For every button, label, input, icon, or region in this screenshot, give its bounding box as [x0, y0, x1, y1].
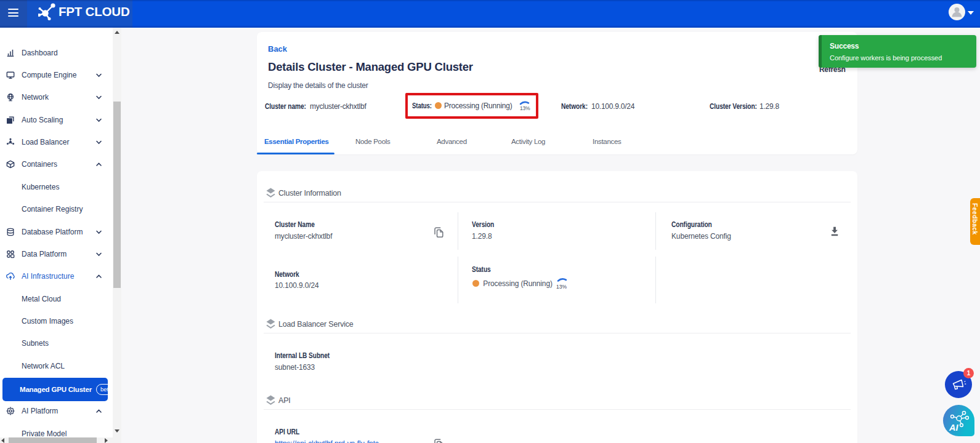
svg-text:13%: 13% [520, 105, 530, 111]
svg-text:AI: AI [949, 423, 958, 432]
svg-text:13%: 13% [556, 284, 567, 290]
